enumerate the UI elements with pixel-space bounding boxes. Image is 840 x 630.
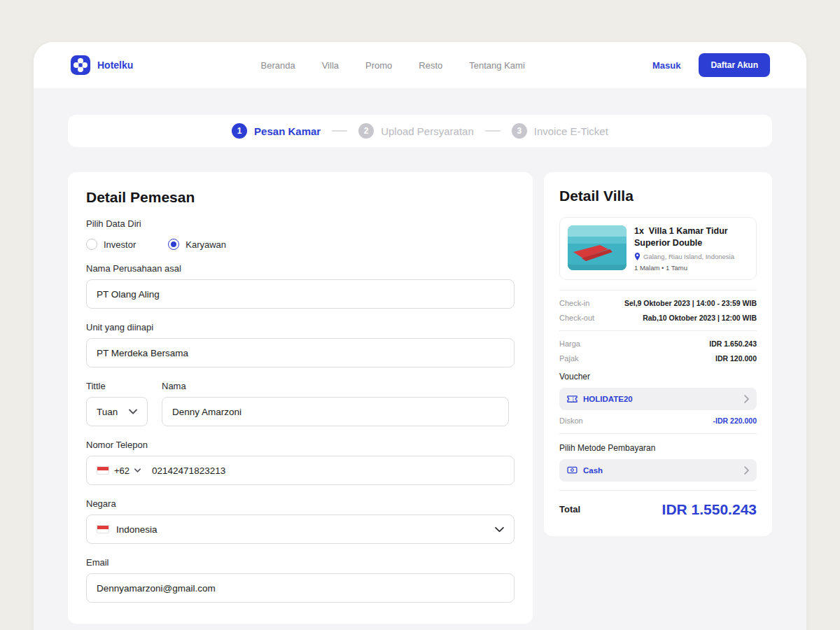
nav-item-tentang-kami[interactable]: Tentang Kami xyxy=(469,60,525,71)
step-number-badge: 2 xyxy=(358,123,374,139)
divider xyxy=(559,330,757,331)
signup-button[interactable]: Daftar Akun xyxy=(699,53,770,77)
top-navbar: Hotelku Beranda Villa Promo Resto Tentan… xyxy=(34,42,806,88)
divider xyxy=(559,490,757,491)
nav-item-villa[interactable]: Villa xyxy=(322,60,339,71)
indonesia-flag-icon xyxy=(97,466,109,475)
chevron-right-icon xyxy=(744,466,749,475)
villa-info: 1x Villa 1 Kamar Tidur Superior Double G… xyxy=(634,225,748,272)
detail-villa-card: Detail Villa 1 xyxy=(544,172,772,536)
step-connector xyxy=(332,130,347,132)
payment-section-label: Pilih Metode Pembayaran xyxy=(559,443,757,453)
booking-stepper: 1 Pesan Kamar 2 Upload Persyaratan 3 Inv… xyxy=(68,115,772,147)
radio-investor[interactable]: Investor xyxy=(86,239,136,250)
nav-item-beranda[interactable]: Beranda xyxy=(261,60,295,71)
data-diri-radio-group: Investor Karyawan xyxy=(86,239,514,250)
radio-karyawan[interactable]: Karyawan xyxy=(168,239,226,250)
name-label: Nama xyxy=(162,381,509,391)
unit-input[interactable] xyxy=(86,338,514,368)
radio-circle-icon xyxy=(168,239,179,250)
step-number-badge: 1 xyxy=(232,123,247,139)
title-select[interactable]: Tuan xyxy=(86,397,148,426)
divider xyxy=(559,433,757,434)
discount-row: Diskon -IDR 220.000 xyxy=(559,416,757,425)
cash-icon xyxy=(567,466,578,474)
price-row: Harga IDR 1.650.243 xyxy=(559,340,757,348)
brand-logo[interactable]: Hotelku xyxy=(70,55,133,76)
villa-item: 1x Villa 1 Kamar Tidur Superior Double G… xyxy=(559,217,757,280)
step-connector xyxy=(485,130,500,132)
company-input[interactable] xyxy=(86,279,514,309)
tax-row: Pajak IDR 120.000 xyxy=(559,354,757,363)
voucher-code: HOLIDATE20 xyxy=(583,395,633,403)
checkin-row: Check-in Sel,9 Oktober 2023 | 14:00 - 23… xyxy=(559,299,757,307)
step-label: Pesan Kamar xyxy=(254,125,321,137)
email-label: Email xyxy=(86,557,514,568)
unit-label: Unit yang diinapi xyxy=(86,322,514,332)
radio-circle-icon xyxy=(86,239,97,250)
form-title: Detail Pemesan xyxy=(86,189,514,206)
step-number-badge: 3 xyxy=(512,123,527,139)
indonesia-flag-icon xyxy=(97,525,109,533)
title-selected-value: Tuan xyxy=(97,407,118,417)
step-label: Upload Persyaratan xyxy=(381,125,474,137)
nav-item-promo[interactable]: Promo xyxy=(365,60,392,71)
title-label: Tittle xyxy=(86,381,148,391)
data-diri-label: Pilih Data Diri xyxy=(86,218,514,229)
voucher-selector[interactable]: HOLIDATE20 xyxy=(559,388,757,410)
page-content: 1 Pesan Kamar 2 Upload Persyaratan 3 Inv… xyxy=(34,88,806,624)
chevron-down-icon xyxy=(495,526,504,533)
villa-location: Galang, Riau Island, Indonesia xyxy=(634,253,748,260)
phone-label: Nomor Telepon xyxy=(86,440,514,450)
country-select[interactable]: Indonesia xyxy=(86,514,514,544)
chevron-down-icon xyxy=(129,409,137,414)
brand-name: Hotelku xyxy=(97,59,133,71)
step-pesan-kamar[interactable]: 1 Pesan Kamar xyxy=(232,123,321,139)
step-upload-persyaratan[interactable]: 2 Upload Persyaratan xyxy=(358,123,474,139)
radio-label: Karyawan xyxy=(186,239,226,250)
villa-photo xyxy=(568,225,626,270)
country-selected-value: Indonesia xyxy=(116,524,489,535)
voucher-section-label: Voucher xyxy=(559,372,757,382)
login-link[interactable]: Masuk xyxy=(652,60,680,71)
total-amount: IDR 1.550.243 xyxy=(662,501,757,518)
email-input[interactable] xyxy=(86,573,514,603)
name-input[interactable] xyxy=(162,397,509,426)
chevron-down-icon xyxy=(134,468,141,472)
nav-item-resto[interactable]: Resto xyxy=(419,60,442,71)
chevron-right-icon xyxy=(744,395,749,403)
payment-method-value: Cash xyxy=(583,466,603,475)
step-invoice-eticket[interactable]: 3 Invoice E-Ticket xyxy=(512,123,608,139)
step-label: Invoice E-Ticket xyxy=(534,125,608,137)
detail-pemesan-card: Detail Pemesan Pilih Data Diri Investor … xyxy=(68,172,533,624)
checkout-row: Check-out Rab,10 Oktober 2023 | 12:00 WI… xyxy=(559,314,757,322)
divider xyxy=(559,290,757,290)
phone-input[interactable]: +62 02142471823213 xyxy=(86,456,514,485)
villa-stay-meta: 1 Malam • 1 Tamu xyxy=(634,264,748,272)
location-pin-icon xyxy=(634,253,640,260)
radio-label: Investor xyxy=(104,239,136,250)
header-actions: Masuk Daftar Akun xyxy=(652,53,770,77)
villa-name: 1x Villa 1 Kamar Tidur Superior Double xyxy=(634,225,748,249)
payment-method-selector[interactable]: Cash xyxy=(559,459,757,482)
company-label: Nama Perusahaan asal xyxy=(86,263,514,274)
phone-number-value: 02142471823213 xyxy=(152,465,225,476)
phone-country-code[interactable]: +62 xyxy=(114,465,130,476)
country-label: Negara xyxy=(86,498,514,509)
total-row: Total IDR 1.550.243 xyxy=(559,501,757,518)
app-window: Hotelku Beranda Villa Promo Resto Tentan… xyxy=(34,42,806,630)
ticket-icon xyxy=(567,395,578,403)
hotelku-logo-icon xyxy=(70,55,91,76)
main-nav: Beranda Villa Promo Resto Tentang Kami xyxy=(133,60,652,71)
summary-title: Detail Villa xyxy=(559,188,757,204)
